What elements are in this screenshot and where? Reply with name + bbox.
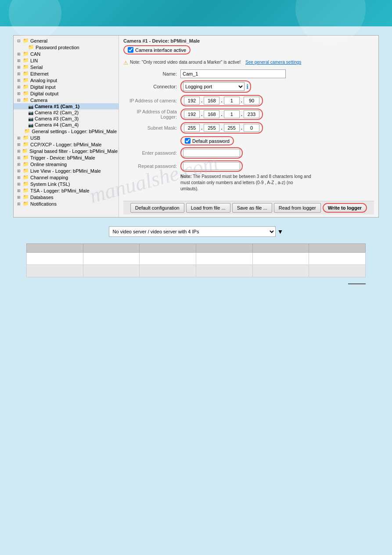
subnet-octet3[interactable] xyxy=(224,124,240,132)
tree-sidebar: ⊟ 📁 General 📁 Password protection ⊞ 📁 CA… xyxy=(14,36,119,217)
table-cell xyxy=(196,253,252,265)
ip-logger-octet2[interactable] xyxy=(204,110,219,118)
ip-logger-octet4[interactable] xyxy=(244,110,259,118)
tree-item-general-logger[interactable]: 📁 General settings - Logger: bPMini_Male xyxy=(14,128,119,134)
folder-icon: 📁 xyxy=(23,64,29,70)
table-header-col6 xyxy=(309,244,366,253)
repeat-password-label: Repeat password: xyxy=(123,163,180,169)
server-dropdown[interactable]: No video server / video server with 4 IP… xyxy=(109,226,276,237)
tree-item-digital-in[interactable]: ⊞ 📁 Digital input xyxy=(14,83,119,90)
ip-camera-octet1[interactable] xyxy=(184,97,200,105)
warning-link[interactable]: See general camera settings xyxy=(245,60,301,65)
ip-camera-octet2[interactable] xyxy=(204,97,219,105)
tree-item-trigger[interactable]: ⊞ 📁 Trigger - Device: bPMini_Male xyxy=(14,154,119,161)
warning-text: Note: "Only record video data around a M… xyxy=(130,60,241,65)
tree-item-serial[interactable]: ⊞ 📁 Serial xyxy=(14,64,119,70)
folder-icon: 📁 xyxy=(23,174,29,180)
folder-icon: 📁 xyxy=(23,181,29,187)
write-to-logger-button[interactable]: Write to logger xyxy=(323,203,367,213)
expand-icon: ⊞ xyxy=(17,52,22,56)
tree-item-can[interactable]: ⊞ 📁 CAN xyxy=(14,51,119,57)
tree-item-signal-filter[interactable]: ⊞ 📁 Signal based filter - Logger: bPMini… xyxy=(14,148,119,154)
folder-icon: 📁 xyxy=(23,161,29,167)
expand-icon: ⊞ xyxy=(17,58,22,63)
tree-item-notifications[interactable]: ⊞ 📁 Notifications xyxy=(14,200,119,207)
repeat-password-wrap xyxy=(180,160,243,172)
ip-logger-wrap: . . . xyxy=(180,109,263,120)
name-input[interactable] xyxy=(180,69,286,78)
tree-item-usb[interactable]: ⊞ 📁 USB xyxy=(14,134,119,141)
tree-item-analog[interactable]: ⊞ 📁 Analog input xyxy=(14,77,119,83)
enter-password-input[interactable] xyxy=(183,149,240,157)
camera-active-row: Camera interface active xyxy=(123,45,191,54)
tree-item-camera[interactable]: ⊟ 📁 Camera xyxy=(14,97,119,103)
header-bar xyxy=(0,0,392,26)
tree-item-online[interactable]: ⊞ 📁 Online streaming xyxy=(14,161,119,167)
folder-icon: 📁 xyxy=(23,77,29,83)
tree-item-camera3[interactable]: 📷 Camera #3 (Cam_3) xyxy=(14,116,119,122)
subnet-octet2[interactable] xyxy=(204,124,219,132)
enter-password-label: Enter password: xyxy=(123,150,180,156)
tree-item-camera1[interactable]: 📷 Camera #1 (Cam_1) xyxy=(14,103,119,109)
save-as-file-button[interactable]: Save as file ... xyxy=(232,203,272,213)
expand-icon: ⊞ xyxy=(17,195,22,200)
repeat-password-input[interactable] xyxy=(183,162,240,170)
table-cell xyxy=(309,265,366,277)
connector-select[interactable]: Logging port USB Ethernet xyxy=(183,82,245,91)
password-note: Note: The Password must be between 3 and… xyxy=(180,174,312,192)
table-cell xyxy=(140,265,196,277)
tree-item-system-link[interactable]: ⊞ 📁 System Link (TSL) xyxy=(14,181,119,187)
info-icon[interactable]: ℹ xyxy=(246,83,248,90)
ip-camera-row: IP Address of camera: . . . xyxy=(123,95,374,106)
server-dropdown-section: No video server / video server with 4 IP… xyxy=(13,226,379,237)
table-header-col3 xyxy=(140,244,196,253)
ip-logger-octet1[interactable] xyxy=(184,110,200,118)
tree-item-password[interactable]: 📁 Password protection xyxy=(14,44,119,51)
default-password-checkbox[interactable] xyxy=(185,138,191,144)
table-header-row xyxy=(27,244,366,253)
table-row xyxy=(27,253,366,265)
tree-item-live-view[interactable]: ⊞ 📁 Live View - Logger: bPMini_Male xyxy=(14,167,119,174)
camera-active-checkbox[interactable] xyxy=(128,47,133,53)
load-from-file-button[interactable]: Load from file ... xyxy=(186,203,230,213)
tree-item-ethernet[interactable]: ⊞ 📁 Ethernet xyxy=(14,70,119,77)
tree-item-digital-out[interactable]: ⊞ 📁 Digital output xyxy=(14,90,119,97)
subnet-octet4[interactable] xyxy=(244,124,259,132)
enter-password-row: Enter password: xyxy=(123,147,374,159)
expand-icon: ⊞ xyxy=(17,78,22,83)
tree-item-ccpxcp[interactable]: ⊞ 📁 CCP/XCP - Logger: bPMini_Male xyxy=(14,141,119,148)
expand-icon: ⊞ xyxy=(17,65,22,69)
subnet-octet1[interactable] xyxy=(184,124,200,132)
read-from-logger-button[interactable]: Read from logger xyxy=(274,203,321,213)
ip-camera-label: IP Address of camera: xyxy=(123,98,180,103)
tree-item-channel-mapping[interactable]: ⊞ 📁 Channel mapping xyxy=(14,174,119,181)
folder-icon: 📁 xyxy=(23,84,29,90)
short-line xyxy=(348,283,366,284)
table-cell xyxy=(252,253,309,265)
table-cell xyxy=(27,265,83,277)
tree-item-camera2[interactable]: 📷 Camera #2 (Cam_2) xyxy=(14,109,119,116)
table-header-col1 xyxy=(27,244,83,253)
expand-icon: ⊞ xyxy=(17,72,22,76)
camera-icon: 📷 xyxy=(28,123,33,127)
default-config-button[interactable]: Default configuration xyxy=(130,203,184,213)
table-header-col4 xyxy=(196,244,252,253)
tree-item-databases[interactable]: ⊞ 📁 Databases xyxy=(14,194,119,200)
table-row xyxy=(27,265,366,277)
default-password-label: Default password xyxy=(192,138,230,144)
expand-icon: ⊞ xyxy=(17,136,22,140)
camera-icon: 📷 xyxy=(28,110,33,115)
tree-item-tsa[interactable]: ⊞ 📁 TSA - Logger: bPMini_Male xyxy=(14,187,119,194)
tree-item-lin[interactable]: ⊞ 📁 LIN xyxy=(14,57,119,64)
config-panel: ⊟ 📁 General 📁 Password protection ⊞ 📁 CA… xyxy=(13,35,379,218)
ip-dot: . xyxy=(201,125,203,131)
ip-camera-octet4[interactable] xyxy=(244,97,259,105)
warning-note: ⚠ Note: "Only record video data around a… xyxy=(123,60,374,66)
ip-dot: . xyxy=(220,98,223,104)
expand-icon: ⊞ xyxy=(17,91,22,96)
tree-item-camera4[interactable]: 📷 Camera #4 (Cam_4) xyxy=(14,122,119,128)
expand-icon: ⊞ xyxy=(17,149,21,153)
ip-camera-octet3[interactable] xyxy=(224,97,240,105)
name-label: Name: xyxy=(123,71,180,76)
ip-logger-octet3[interactable] xyxy=(224,110,240,118)
